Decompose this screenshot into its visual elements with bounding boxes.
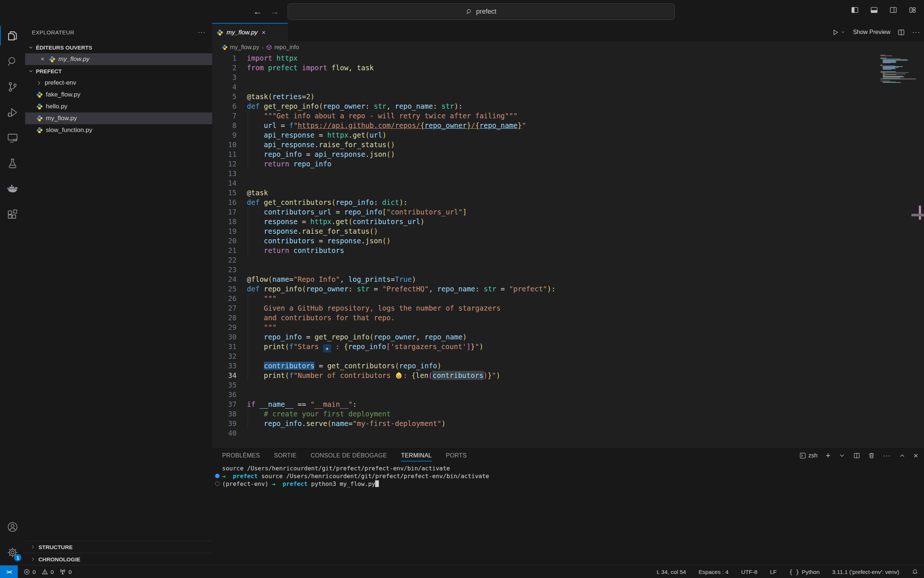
code-line-18[interactable]: 18 response = httpx.get(contributors_url… [212,217,924,226]
line-number[interactable]: 38 [212,409,236,419]
toggle-secondary-sidebar-icon[interactable] [888,5,898,15]
line-number[interactable]: 28 [212,313,236,323]
code-line-16[interactable]: 16def get_contributors(repo_info: dict): [212,198,924,207]
line-number[interactable]: 4 [212,82,236,92]
section-project-prefect[interactable]: PREFECT [25,65,212,77]
panel-tab-sortie[interactable]: SORTIE [274,448,296,464]
status-warn[interactable]: 0 [42,569,54,575]
command-decoration[interactable] [215,474,220,478]
line-number[interactable]: 18 [212,217,236,226]
line-number[interactable]: 3 [212,73,236,82]
line-number[interactable]: 21 [212,245,236,255]
line-number[interactable]: 29 [212,323,236,332]
status-tower[interactable]: 0 [60,569,72,575]
activity-account-icon[interactable] [0,514,25,539]
file-fake_flow.py[interactable]: fake_flow.py [25,89,212,101]
line-number[interactable]: 5 [212,92,236,101]
code-line-17[interactable]: 17 contributors_url = repo_info["contrib… [212,207,924,217]
line-number[interactable]: 13 [212,169,236,178]
code-line-13[interactable]: 13 [212,169,924,178]
line-number[interactable]: 6 [212,101,236,111]
code-line-29[interactable]: 29 """ [212,323,924,332]
terminal-more-icon[interactable]: ··· [883,452,891,459]
section-chronologie[interactable]: CHRONOLOGIE [25,553,212,565]
status-3-11-1-prefect-env-venv-[interactable]: 3.11.1 ('prefect-env': venv) [832,569,899,575]
code-line-24[interactable]: 24@flow(name="Repo Info", log_prints=Tru… [212,274,924,284]
close-editor-icon[interactable]: × [39,55,46,63]
line-number[interactable]: 40 [212,428,236,438]
code-line-38[interactable]: 38 # create your first deployment [212,409,924,419]
code-line-33[interactable]: 33 contributors = get_contributors(repo_… [212,361,924,370]
code-line-30[interactable]: 30 repo_info = get_repo_info(repo_owner,… [212,332,924,342]
close-panel-icon[interactable]: × [914,451,918,460]
remote-indicator[interactable]: >< [0,565,18,578]
file-prefect-env[interactable]: prefect-env [25,77,212,89]
code-editor[interactable]: 1import httpx2from prefect import flow, … [212,53,924,447]
line-number[interactable]: 10 [212,140,236,149]
code-line-27[interactable]: 27 Given a GitHub repository, logs the n… [212,303,924,313]
sidebar-more-icon[interactable]: ··· [198,28,206,36]
code-line-35[interactable]: 35 [212,380,924,390]
status-python[interactable]: { }Python [789,569,819,575]
line-number[interactable]: 8 [212,120,236,130]
code-line-15[interactable]: 15@task [212,188,924,198]
code-line-7[interactable]: 7 """Get info about a repo - will retry … [212,111,924,120]
status-bell[interactable] [912,569,918,575]
line-number[interactable]: 22 [212,255,236,265]
activity-search-icon[interactable] [0,49,25,74]
terminal[interactable]: source /Users/henricourdent/git/prefect/… [212,464,924,565]
file-hello.py[interactable]: hello.py [25,101,212,112]
command-center-search[interactable]: prefect [288,3,675,20]
customize-layout-icon[interactable] [908,5,918,15]
line-number[interactable]: 30 [212,332,236,342]
line-number[interactable]: 34 [212,370,236,380]
line-number[interactable]: 20 [212,236,236,245]
status-utf-8[interactable]: UTF-8 [741,569,757,575]
code-line-2[interactable]: 2from prefect import flow, task [212,63,924,73]
status-err[interactable]: 0 [24,569,36,575]
code-line-5[interactable]: 5@task(retries=2) [212,92,924,101]
code-line-3[interactable]: 3 [212,73,924,82]
nav-forward-icon[interactable]: → [268,5,281,18]
code-line-40[interactable]: 40 [212,428,924,438]
code-line-11[interactable]: 11 repo_info = api_response.json() [212,149,924,159]
line-number[interactable]: 39 [212,419,236,428]
tab-close-icon[interactable]: × [262,29,266,37]
code-line-22[interactable]: 22 [212,255,924,265]
maximize-panel-icon[interactable] [899,452,906,459]
split-editor-icon[interactable] [898,29,905,36]
line-number[interactable]: 27 [212,303,236,313]
line-number[interactable]: 17 [212,207,236,217]
code-line-31[interactable]: 31 print(f"Stars ★ : {repo_info['stargaz… [212,342,924,351]
line-number[interactable]: 12 [212,159,236,169]
line-number[interactable]: 26 [212,294,236,303]
line-number[interactable]: 19 [212,226,236,236]
open-editor-my_flow.py[interactable]: × my_flow.py [25,53,212,65]
code-line-4[interactable]: 4 [212,82,924,92]
line-number[interactable]: 2 [212,63,236,73]
new-terminal-icon[interactable]: + [826,451,830,460]
code-line-25[interactable]: 25def repo_info(repo_owner: str = "Prefe… [212,284,924,294]
kill-terminal-icon[interactable] [868,452,875,459]
line-number[interactable]: 15 [212,188,236,198]
activity-extensions-icon[interactable] [0,201,25,227]
code-line-28[interactable]: 28 and contributors for that repo. [212,313,924,323]
activity-testing-icon[interactable] [0,151,25,176]
status-l-34-col-54[interactable]: L 34, col 54 [657,569,686,575]
line-number[interactable]: 33 [212,361,236,370]
line-number[interactable]: 32 [212,351,236,361]
file-slow_function.py[interactable]: slow_function.py [25,124,212,136]
show-preview-button[interactable]: Show Preview [853,29,890,36]
code-line-19[interactable]: 19 response.raise_for_status() [212,226,924,236]
panel-tab-terminal[interactable]: TERMINAL [401,448,432,464]
line-number[interactable]: 1 [212,53,236,63]
line-number[interactable]: 31 [212,342,236,351]
code-line-1[interactable]: 1import httpx [212,53,924,63]
terminal-shell-icon[interactable]: zsh [799,452,817,459]
section-open-editors[interactable]: ÉDITEURS OUVERTS [25,41,212,53]
panel-tab-problèmes[interactable]: PROBLÈMES [222,448,260,464]
terminal-dropdown-icon[interactable] [838,452,845,459]
code-line-12[interactable]: 12 return repo_info [212,159,924,169]
section-structure[interactable]: STRUCTURE [25,541,212,553]
code-line-39[interactable]: 39 repo_info.serve(name="my-first-deploy… [212,419,924,428]
